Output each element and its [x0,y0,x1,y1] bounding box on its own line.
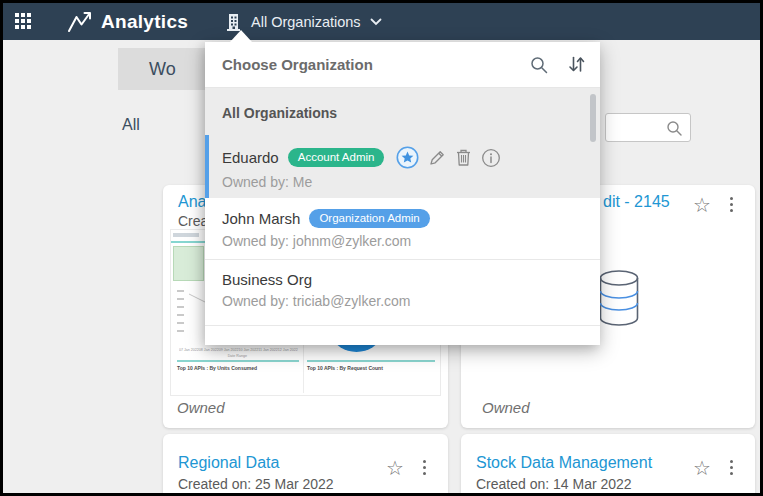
app-title: Analytics [101,11,188,33]
org-name: John Marsh [222,210,300,227]
thumb-kpi-box [173,246,204,281]
thumb-y-axis-ticks [177,290,184,332]
analytics-logo-icon [67,10,93,34]
org-list-item-eduardo[interactable]: Eduardo Account Admin [205,135,600,198]
thumb-axis-label: Date Range [179,353,296,357]
thumb-caption-left: Top 10 APIs : By Units Consumed [177,365,257,371]
choose-organization-panel: Choose Organization All Organizations [205,42,600,345]
role-badge: Account Admin [288,148,385,167]
org-name: Business Org [222,271,312,288]
workspace-card-title[interactable]: Regional Data [178,454,279,472]
org-section-header: All Organizations [205,88,600,135]
info-icon[interactable] [481,148,501,168]
kebab-menu-icon[interactable] [728,195,735,214]
org-selector-label: All Organizations [251,14,361,30]
thumb-teal-rule-left [177,360,299,362]
workspace-card-bottom-right[interactable]: Stock Data Management Created on: 14 Mar… [461,434,755,493]
dropdown-scrollbar[interactable] [590,94,596,142]
workspace-card-title[interactable]: Ana [178,193,206,211]
workspace-card-created: Created on: 25 Mar 2022 [178,476,334,492]
favorite-star-circle-icon[interactable] [396,146,419,169]
search-icon[interactable] [530,56,548,78]
workspace-search-box [605,113,691,142]
role-badge: Organization Admin [309,209,429,228]
ownership-label: Owned [482,399,530,416]
thumb-date: 12 Jan 2022 [278,347,298,351]
workspace-search-icon[interactable] [666,120,683,137]
chevron-down-icon [370,18,382,26]
thumb-caption-right: Top 10 APIs : By Request Count [307,365,383,371]
workspace-card-title[interactable]: Stock Data Management [476,454,652,472]
workspace-card-title[interactable]: dit - 2145 [603,193,670,211]
org-owner: Owned by: Me [222,174,584,190]
org-list-item-john-marsh[interactable]: John Marsh Organization Admin Owned by: … [205,198,600,259]
thumb-teal-rule-right [307,360,435,362]
building-icon [225,12,242,32]
workspace-card-created: Created on: 14 Mar 2022 [476,476,632,492]
analytics-logo[interactable]: Analytics [67,3,188,40]
workspace-card-created: Crea [178,213,208,229]
org-owner: Owned by: johnm@zylker.com [222,233,584,249]
favorite-star-icon[interactable]: ☆ [386,458,404,478]
thumb-date: 08 Jan 2022 [199,347,219,351]
kebab-menu-icon[interactable] [728,458,735,477]
org-section-header-label: All Organizations [205,88,600,138]
favorite-star-icon[interactable]: ☆ [693,458,711,478]
org-owner: Owned by: triciab@zylker.com [222,293,584,309]
thumb-date: 09 Jan 2022 [219,347,239,351]
database-icon [598,269,640,327]
thumb-date-axis: 07 Jan 2022 08 Jan 2022 09 Jan 2022 10 J… [179,347,296,358]
tab-workspaces[interactable]: Wo [118,48,208,90]
favorite-star-icon[interactable]: ☆ [693,195,711,215]
panel-header: Choose Organization [205,42,600,88]
kebab-menu-icon[interactable] [421,458,428,477]
workspace-search-input[interactable] [610,116,670,139]
delete-icon[interactable] [455,148,472,167]
org-list-item-business-org[interactable]: Business Org Owned by: triciab@zylker.co… [205,259,600,325]
sort-icon[interactable] [568,55,586,78]
edit-icon[interactable] [428,149,446,167]
thumb-date: 10 Jan 2022 [238,347,258,351]
app-launcher-icon[interactable] [15,13,32,30]
panel-title: Choose Organization [222,56,373,73]
app-window: Analytics All Organizations [3,3,760,493]
thumb-title-bar [173,233,199,237]
screenshot-frame: Analytics All Organizations [0,0,763,496]
tab-workspaces-label: Wo [118,48,208,90]
org-list-item-partial[interactable] [205,325,600,345]
thumb-date: 11 Jan 2022 [258,347,278,351]
filter-tab-all[interactable]: All [122,116,140,134]
thumb-date: 07 Jan 2022 [179,347,199,351]
workspace-card-bottom-left[interactable]: Regional Data Created on: 25 Mar 2022 ☆ [163,434,448,493]
top-bar: Analytics All Organizations [3,3,760,40]
org-name: Eduardo [222,149,279,166]
ownership-label: Owned [177,399,225,416]
org-row-actions [396,146,501,169]
dropdown-caret [230,30,252,42]
